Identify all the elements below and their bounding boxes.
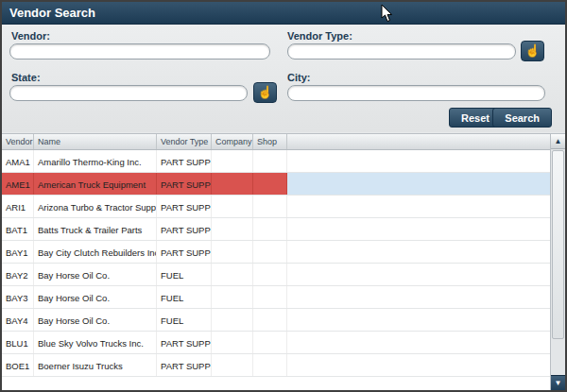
cell-vendor-type: PART SUPPLY (157, 354, 212, 376)
vendor-search-window: Vendor Search Vendor: Vendor Type: ☝ Sta… (0, 0, 567, 392)
scrollbar-thumb[interactable] (552, 150, 564, 339)
window-title: Vendor Search (9, 6, 95, 20)
city-label: City: (287, 72, 310, 83)
column-header-vendor[interactable]: Vendor (2, 134, 34, 149)
search-button[interactable]: Search (492, 108, 552, 128)
vendor-type-picker-button[interactable]: ☝ (521, 41, 544, 61)
cell-vendor: BAY1 (2, 241, 34, 263)
cell-company (212, 241, 253, 263)
cell-vendor-type: PART SUPPLY (157, 173, 212, 195)
cell-filler (287, 196, 550, 217)
cell-company (212, 196, 253, 217)
cell-company (212, 218, 253, 240)
cell-vendor-type: PART SUPPLY (157, 218, 212, 240)
cell-shop (253, 173, 287, 195)
table-row[interactable]: BOE1 Boerner Isuzu Trucks PART SUPPLY (2, 354, 550, 377)
cell-vendor: AME1 (2, 173, 34, 195)
vertical-scrollbar[interactable]: ▲ ▼ (550, 134, 565, 390)
cell-shop (253, 196, 287, 217)
cell-vendor: BAY2 (2, 264, 34, 285)
vendor-label: Vendor: (11, 30, 50, 42)
table-row[interactable]: BLU1 Blue Sky Volvo Trucks Inc. PART SUP… (2, 332, 550, 354)
cell-name: Amarillo Thermo-King Inc. (34, 150, 157, 172)
cell-shop (253, 150, 287, 172)
cell-shop (253, 241, 287, 263)
cell-vendor-type: FUEL (157, 309, 212, 331)
cell-company (212, 173, 253, 195)
scroll-down-button[interactable]: ▼ (551, 375, 565, 390)
cell-company (212, 354, 253, 376)
pointing-hand-icon: ☝ (524, 43, 540, 58)
results-grid: Vendor Name Vendor Type Company Shop AMA… (2, 134, 550, 390)
city-input[interactable] (287, 85, 545, 101)
cell-vendor: ARI1 (2, 196, 34, 217)
vendor-type-input[interactable] (287, 43, 516, 60)
state-label: State: (11, 72, 41, 83)
pointing-hand-icon: ☝ (257, 85, 272, 99)
cell-name: Bay City Clutch Rebuilders Inc. (34, 241, 157, 263)
cell-filler (287, 218, 550, 240)
cell-name: Arizona Turbo & Tractor Supply Inc. (34, 196, 157, 217)
cell-shop (253, 286, 287, 308)
vendor-type-label: Vendor Type: (287, 30, 352, 42)
cell-vendor-type: PART SUPPLY (157, 332, 212, 353)
cell-filler (287, 332, 550, 353)
cell-shop (253, 264, 287, 285)
cell-vendor: BAY3 (2, 286, 34, 308)
arrow-up-icon: ▲ (555, 137, 562, 145)
table-header-row: Vendor Name Vendor Type Company Shop (2, 134, 550, 150)
table-row[interactable]: ARI1 Arizona Turbo & Tractor Supply Inc.… (2, 196, 550, 218)
table-row[interactable]: BAT1 Batts Truck & Trailer Parts PART SU… (2, 218, 550, 241)
cell-filler (287, 309, 550, 331)
cell-company (212, 332, 253, 353)
table-row[interactable]: BAY1 Bay City Clutch Rebuilders Inc. PAR… (2, 241, 550, 264)
column-header-vendor-type[interactable]: Vendor Type (157, 134, 212, 149)
cell-vendor-type: FUEL (157, 286, 212, 308)
cell-vendor-type: PART SUPPLY (157, 150, 212, 172)
cell-shop (253, 332, 287, 353)
cell-vendor: AMA1 (2, 150, 34, 172)
cell-shop (253, 218, 287, 240)
cell-vendor-type: PART SUPPLY (157, 241, 212, 263)
cell-name: Blue Sky Volvo Trucks Inc. (34, 332, 157, 353)
cell-company (212, 286, 253, 308)
cell-filler (287, 173, 550, 195)
cell-shop (253, 309, 287, 331)
cell-vendor-type: FUEL (157, 264, 212, 285)
cell-vendor: BLU1 (2, 332, 34, 353)
cell-name: American Truck Equipment (34, 173, 157, 195)
table-row[interactable]: BAY4 Bay Horse Oil Co. FUEL (2, 309, 550, 332)
table-row[interactable]: BAY2 Bay Horse Oil Co. FUEL (2, 264, 550, 286)
table-row[interactable]: AMA1 Amarillo Thermo-King Inc. PART SUPP… (2, 150, 550, 173)
cell-vendor-type: PART SUPPLY (157, 196, 212, 217)
cell-filler (287, 354, 550, 376)
cell-filler (287, 286, 550, 308)
table-row-selected[interactable]: AME1 American Truck Equipment PART SUPPL… (2, 173, 550, 196)
scroll-up-button[interactable]: ▲ (551, 134, 565, 149)
vendor-input[interactable] (9, 43, 270, 60)
column-header-name[interactable]: Name (34, 134, 157, 149)
cell-name: Bay Horse Oil Co. (34, 309, 157, 331)
cell-shop (253, 354, 287, 376)
column-header-company[interactable]: Company (212, 134, 253, 149)
titlebar: Vendor Search (2, 2, 565, 25)
results-table: Vendor Name Vendor Type Company Shop AMA… (2, 133, 565, 390)
state-picker-button[interactable]: ☝ (253, 82, 277, 103)
cell-company (212, 309, 253, 331)
cell-vendor: BAY4 (2, 309, 34, 331)
table-row[interactable]: BAY3 Bay Horse Oil Co. FUEL (2, 286, 550, 309)
search-form: Vendor: Vendor Type: ☝ State: ☝ City: Re… (2, 25, 565, 132)
column-header-shop[interactable]: Shop (253, 134, 287, 149)
column-header-filler (287, 134, 550, 149)
cell-name: Bay Horse Oil Co. (34, 264, 157, 285)
cell-name: Bay Horse Oil Co. (34, 286, 157, 308)
cell-company (212, 264, 253, 285)
cell-vendor: BOE1 (2, 354, 34, 376)
cell-company (212, 150, 253, 172)
cell-filler (287, 150, 550, 172)
state-input[interactable] (9, 85, 248, 101)
cell-vendor: BAT1 (2, 218, 34, 240)
cell-filler (287, 264, 550, 285)
cell-name: Batts Truck & Trailer Parts (34, 218, 157, 240)
cell-filler (287, 241, 550, 263)
